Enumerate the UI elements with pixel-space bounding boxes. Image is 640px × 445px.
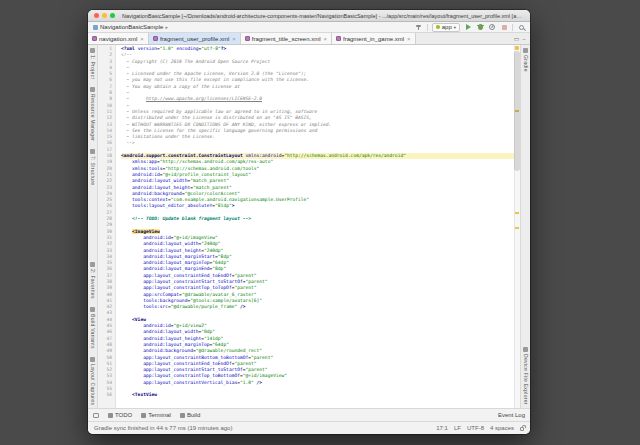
titlebar[interactable]: NavigationBasicSample [~/Downloads/andro… <box>88 10 530 22</box>
run-configuration-select[interactable]: app ▾ <box>432 23 460 32</box>
gutter: 1234567891011121314151617181920212223242… <box>98 45 116 408</box>
traffic-lights <box>94 13 115 18</box>
event-log-button[interactable]: Event Log <box>498 412 525 418</box>
close-tab-icon[interactable]: × <box>140 36 144 42</box>
android-icon <box>436 25 440 29</box>
line-separator[interactable]: LF <box>454 425 461 431</box>
xml-file-icon <box>336 36 341 41</box>
tool-button-gradle[interactable]: Gradle <box>523 48 529 72</box>
chevron-down-icon: ▾ <box>454 25 456 30</box>
close-tab-icon[interactable]: × <box>232 36 236 42</box>
bottom-tool-terminal[interactable]: Terminal <box>141 412 171 418</box>
split-editor-icon[interactable]: ▭ <box>514 35 520 42</box>
tab-fragment_title_screen.xml[interactable]: fragment_title_screen.xml× <box>241 33 332 44</box>
profiler-icon <box>489 24 495 30</box>
hammer-icon <box>416 24 422 30</box>
navigation-bar[interactable]: NavigationBasicSample ▸ <box>93 24 168 30</box>
xml-file-icon <box>245 36 250 41</box>
stop-icon <box>502 25 507 30</box>
file-tabs: navigation.xml×fragment_user_profile.xml… <box>88 33 416 44</box>
tool-button-device-file-explorer[interactable]: Device File Explorer <box>523 347 529 405</box>
left-strip-top: 1: ProjectResource Manager7: Structure <box>90 48 96 186</box>
right-strip-bottom: Device File Explorer <box>523 347 529 405</box>
tool-window-label: Device File Explorer <box>523 354 529 405</box>
hide-tabs-icon[interactable]: − <box>522 36 526 42</box>
ide-window: NavigationBasicSample [~/Downloads/andro… <box>88 10 530 434</box>
tool-window-icon <box>90 262 95 267</box>
search-icon <box>519 25 524 30</box>
build-button[interactable] <box>415 23 423 31</box>
zoom-window-button[interactable] <box>110 13 115 18</box>
editor-tab-bar: navigation.xml×fragment_user_profile.xml… <box>88 33 530 45</box>
close-window-button[interactable] <box>94 13 99 18</box>
window-title: NavigationBasicSample [~/Downloads/andro… <box>122 13 522 19</box>
file-encoding[interactable]: UTF-8 <box>467 425 484 431</box>
tool-button-resource-manager[interactable]: Resource Manager <box>90 87 96 141</box>
play-icon <box>466 24 471 30</box>
profile-button[interactable] <box>488 23 496 31</box>
search-everywhere-button[interactable] <box>517 23 525 31</box>
tab-label: fragment_user_profile.xml <box>160 36 229 42</box>
tab-fragment_in_game.xml[interactable]: fragment_in_game.xml× <box>332 33 416 44</box>
scrollbar-warning-mark[interactable] <box>515 212 519 214</box>
bug-icon <box>478 24 483 30</box>
inspection-status-icon[interactable] <box>515 46 519 50</box>
left-tool-strip: 1: ProjectResource Manager7: Structure 2… <box>88 45 98 408</box>
stop-button[interactable] <box>500 23 508 31</box>
bottom-tool-label: Terminal <box>148 412 171 418</box>
tool-button-build-variants[interactable]: Build Variants <box>90 307 96 349</box>
tab-label: navigation.xml <box>99 36 137 42</box>
tool-window-switcher-icon[interactable] <box>93 413 99 418</box>
tool-window-label: 7: Structure <box>90 156 96 185</box>
code-lines[interactable]: <?xml version="1.0" encoding="utf-8"?><!… <box>116 45 520 408</box>
tool-window-label: Resource Manager <box>90 94 96 141</box>
tab-label: fragment_title_screen.xml <box>252 36 321 42</box>
bottom-tool-todo[interactable]: TODO <box>108 412 132 418</box>
run-button[interactable] <box>464 23 472 31</box>
scrollbar-warning-mark[interactable] <box>515 227 519 229</box>
tool-button-7-structure[interactable]: 7: Structure <box>90 149 96 185</box>
terminal-icon <box>141 413 146 418</box>
tab-fragment_user_profile.xml[interactable]: fragment_user_profile.xml× <box>149 33 241 44</box>
todo-icon <box>108 413 113 418</box>
debug-button[interactable] <box>476 23 484 31</box>
status-right: 17:1LFUTF-84 spaces <box>436 425 524 431</box>
close-tab-icon[interactable]: × <box>407 36 411 42</box>
tool-window-icon <box>90 87 95 92</box>
tool-window-label: 1: Project <box>90 55 96 79</box>
code-line[interactable]: <TextView <box>121 392 520 398</box>
toolbar-divider <box>512 24 513 31</box>
event-log-label: Event Log <box>498 412 525 418</box>
line-number: 56 <box>98 392 112 398</box>
tab-navigation.xml[interactable]: navigation.xml× <box>88 33 149 44</box>
breadcrumb[interactable]: NavigationBasicSample <box>100 24 163 30</box>
bottom-tool-label: Build <box>187 412 200 418</box>
tool-button-2-favorites[interactable]: 2: Favorites <box>90 262 96 299</box>
tool-window-icon <box>90 48 95 53</box>
tool-window-icon <box>90 357 95 362</box>
tool-button-1-project[interactable]: 1: Project <box>90 48 96 79</box>
tool-window-label: 2: Favorites <box>90 269 96 299</box>
editor-scrollbar[interactable] <box>514 45 520 408</box>
build-icon <box>180 413 185 418</box>
indent-style[interactable]: 4 spaces <box>490 425 514 431</box>
close-tab-icon[interactable]: × <box>323 36 327 42</box>
code-editor[interactable]: 1234567891011121314151617181920212223242… <box>98 45 520 408</box>
minimize-window-button[interactable] <box>102 13 107 18</box>
caret-position[interactable]: 17:1 <box>436 425 448 431</box>
scrollbar-thumb[interactable] <box>514 51 520 171</box>
tool-window-label: Build Variants <box>90 314 96 349</box>
readonly-lock-icon[interactable] <box>520 427 524 431</box>
tool-button-layout-captures[interactable]: Layout Captures <box>90 357 96 405</box>
bottom-tool-label: TODO <box>115 412 132 418</box>
left-strip-bottom: 2: FavoritesBuild VariantsLayout Capture… <box>90 262 96 405</box>
bottom-tool-build[interactable]: Build <box>180 412 200 418</box>
tool-window-icon <box>523 48 528 53</box>
project-folder-icon <box>93 25 98 30</box>
status-message[interactable]: Gradle sync finished in 44 s 77 ms (19 m… <box>94 425 232 431</box>
status-bar: Gradle sync finished in 44 s 77 ms (19 m… <box>88 421 530 434</box>
xml-file-icon <box>153 36 158 41</box>
right-tool-strip: Gradle Device File Explorer <box>520 45 530 408</box>
tab-label: fragment_in_game.xml <box>343 36 404 42</box>
run-toolbar: app ▾ <box>415 23 525 32</box>
